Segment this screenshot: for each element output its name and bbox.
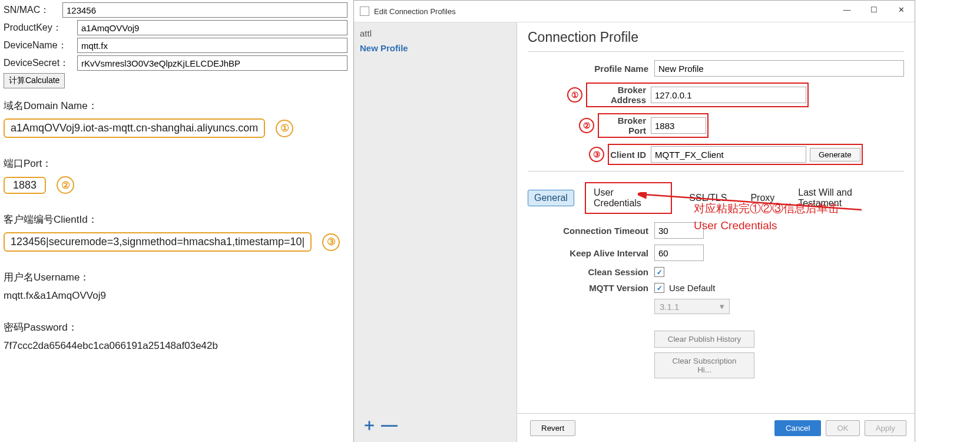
broker-address-input[interactable] [651, 87, 806, 103]
dialog-footer: Revert Cancel OK Apply [517, 413, 915, 442]
port-value: 1883 [4, 177, 46, 194]
mqtt-version-label: MQTT Version [528, 283, 654, 293]
keepalive-label: Keep Alive Interval [528, 248, 654, 258]
keepalive-input[interactable] [654, 245, 704, 261]
username-value: mqtt.fx&a1AmqOVVoj9 [4, 290, 350, 302]
clean-session-checkbox[interactable]: ✓ [654, 267, 664, 277]
close-button[interactable]: ✕ [888, 1, 915, 18]
clear-publish-button[interactable]: Clear Publish History [654, 331, 754, 348]
domain-label: 域名Domain Name： [4, 99, 350, 113]
form-heading: Connection Profile [528, 29, 904, 45]
mqtt-version-default-checkbox[interactable]: ✓ [654, 283, 664, 293]
sn-input[interactable] [62, 2, 347, 18]
sidebar-item-new-profile[interactable]: New Profile [360, 39, 511, 57]
broker-port-input[interactable] [651, 117, 706, 134]
chevron-down-icon: ▾ [720, 301, 724, 312]
calculate-button[interactable]: 计算Calculate [4, 73, 65, 88]
marker-2-icon: ② [57, 176, 74, 194]
sidebar-item-attl[interactable]: attl [360, 27, 511, 39]
tab-ssl[interactable]: SSL/TLS [683, 190, 733, 206]
broker-address-label: Broker Address [588, 85, 651, 105]
productkey-label: ProductKey： [4, 22, 77, 34]
clientid-label: 客户端编号ClientId： [4, 213, 350, 226]
marker-3-red-icon: ③ [589, 147, 604, 162]
broker-port-label: Broker Port [600, 116, 651, 136]
clear-subscription-button[interactable]: Clear Subscription Hi... [654, 352, 754, 378]
minimize-button[interactable]: — [833, 1, 860, 18]
conn-timeout-label: Connection Timeout [528, 226, 654, 236]
tab-lwt[interactable]: Last Will and Testament [792, 184, 904, 212]
password-value: 7f7ccc2da65644ebc1ca066191a25148af03e42b [4, 340, 350, 352]
clean-session-label: Clean Session [528, 267, 654, 277]
devicesecret-label: DeviceSecret： [4, 57, 77, 70]
marker-1-icon: ① [276, 120, 293, 137]
mqtt-version-select[interactable]: 3.1.1 ▾ [654, 299, 730, 314]
tab-user-credentials[interactable]: User Credentials [587, 184, 670, 212]
calculator-panel: SN/MAC： ProductKey： DeviceName： DeviceSe… [0, 0, 353, 442]
profile-name-input[interactable] [654, 60, 904, 77]
profile-name-label: Profile Name [528, 64, 654, 74]
app-icon [360, 6, 369, 16]
productkey-input[interactable] [77, 20, 347, 35]
username-label: 用户名Username： [4, 271, 350, 284]
mqtt-version-value: 3.1.1 [660, 302, 679, 312]
client-id-label: Client ID [610, 150, 651, 160]
profile-form: Connection Profile Profile Name ① Broker… [517, 22, 915, 442]
devicename-input[interactable] [77, 38, 347, 53]
cancel-button[interactable]: Cancel [774, 420, 822, 436]
profile-sidebar: attl New Profile ＋— [354, 22, 517, 442]
titlebar: Edit Connection Profiles — ☐ ✕ [354, 1, 915, 22]
edit-connection-dialog: Edit Connection Profiles — ☐ ✕ attl New … [353, 0, 915, 442]
port-label: 端口Port： [4, 157, 350, 170]
devicesecret-input[interactable] [77, 55, 347, 71]
marker-1-red-icon: ① [567, 87, 582, 103]
client-id-input[interactable] [651, 146, 806, 163]
ok-button[interactable]: OK [826, 420, 859, 436]
generate-button[interactable]: Generate [810, 148, 860, 161]
add-profile-icon[interactable]: ＋ [361, 415, 381, 434]
conn-timeout-input[interactable] [654, 222, 704, 239]
password-label: 密码Password： [4, 321, 350, 334]
maximize-button[interactable]: ☐ [860, 1, 888, 18]
revert-button[interactable]: Revert [530, 420, 575, 436]
marker-3-icon: ③ [322, 233, 340, 251]
remove-profile-icon[interactable]: — [381, 415, 401, 434]
clientid-value: 123456|securemode=3,signmethod=hmacsha1,… [4, 232, 312, 252]
window-title: Edit Connection Profiles [374, 7, 456, 16]
tab-general[interactable]: General [528, 190, 574, 206]
domain-value: a1AmqOVVoj9.iot-as-mqtt.cn-shanghai.aliy… [4, 118, 265, 138]
apply-button[interactable]: Apply [865, 420, 906, 436]
tab-proxy[interactable]: Proxy [744, 190, 781, 206]
tab-bar: General User Credentials SSL/TLS Proxy L… [528, 182, 904, 214]
sn-label: SN/MAC： [4, 4, 62, 17]
devicename-label: DeviceName： [4, 39, 77, 52]
marker-2-red-icon: ② [579, 118, 594, 133]
mqtt-version-use-default: Use Default [669, 283, 715, 293]
